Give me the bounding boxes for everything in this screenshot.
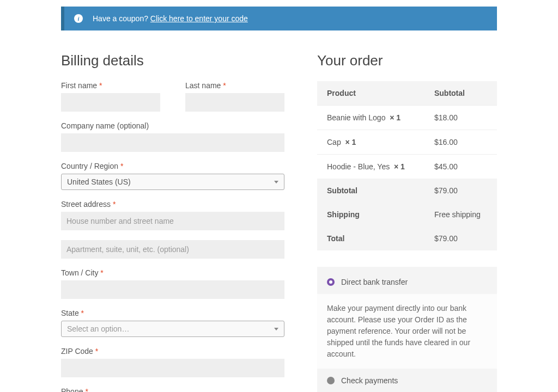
- last-name-label: Last name *: [185, 81, 284, 90]
- phone-label: Phone *: [61, 387, 284, 392]
- th-subtotal: Subtotal: [424, 81, 497, 106]
- first-name-label: First name *: [61, 81, 160, 90]
- order-table: Product Subtotal Beanie with Logo × 1 $1…: [317, 81, 497, 250]
- th-product: Product: [317, 81, 424, 106]
- table-row: Cap × 1 $16.00: [317, 130, 497, 155]
- info-icon: i: [74, 14, 83, 23]
- shipping-label: Shipping: [317, 203, 424, 226]
- last-name-input[interactable]: [185, 93, 284, 112]
- coupon-link[interactable]: Click here to enter your code: [150, 14, 248, 23]
- radio-selected-icon: [327, 278, 335, 286]
- street-input-2[interactable]: [61, 240, 284, 259]
- coupon-banner: i Have a coupon? Click here to enter you…: [61, 7, 497, 30]
- total-value: $79.00: [424, 226, 497, 250]
- country-label: Country / Region *: [61, 162, 284, 170]
- total-label: Total: [317, 226, 424, 250]
- country-select[interactable]: United States (US): [61, 174, 284, 190]
- zip-label: ZIP Code *: [61, 347, 284, 356]
- chevron-down-icon: [274, 181, 278, 183]
- shipping-value: Free shipping: [424, 203, 497, 226]
- street-input-1[interactable]: [61, 212, 284, 230]
- company-label: Company name (optional): [61, 121, 284, 130]
- payment-bank-transfer[interactable]: Direct bank transfer: [317, 270, 497, 294]
- subtotal-value: $79.00: [424, 179, 497, 203]
- payment-check[interactable]: Check payments: [317, 369, 497, 392]
- coupon-text: Have a coupon? Click here to enter your …: [93, 14, 248, 23]
- payment-bank-description: Make your payment directly into our bank…: [317, 294, 497, 369]
- table-row: Hoodie - Blue, Yes × 1 $45.00: [317, 155, 497, 179]
- zip-input[interactable]: [61, 359, 284, 377]
- first-name-input[interactable]: [61, 93, 160, 112]
- payment-methods: Direct bank transfer Make your payment d…: [317, 267, 497, 392]
- order-heading: Your order: [317, 52, 497, 69]
- table-row: Beanie with Logo × 1 $18.00: [317, 106, 497, 130]
- city-label: Town / City *: [61, 268, 284, 277]
- subtotal-label: Subtotal: [317, 179, 424, 203]
- street-label: Street address *: [61, 200, 284, 209]
- order-section: Your order Product Subtotal Beanie with …: [317, 52, 497, 392]
- city-input[interactable]: [61, 280, 284, 299]
- radio-icon: [327, 377, 335, 384]
- billing-heading: Billing details: [61, 52, 284, 69]
- state-select[interactable]: Select an option…: [61, 321, 284, 337]
- billing-section: Billing details First name * Last name *…: [61, 52, 284, 392]
- state-label: State *: [61, 309, 284, 317]
- company-input[interactable]: [61, 133, 284, 152]
- chevron-down-icon: [274, 328, 278, 330]
